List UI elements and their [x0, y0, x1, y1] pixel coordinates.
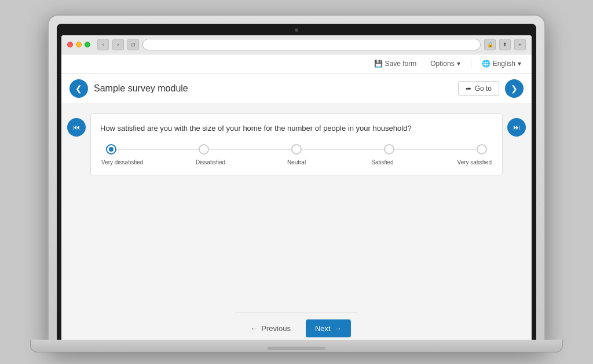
prev-arrow-icon: ← — [250, 324, 258, 333]
radio-inner — [109, 147, 114, 152]
option-very-satisfied[interactable] — [477, 144, 487, 155]
share-icon: ⬆ — [499, 39, 511, 50]
radio-very-dissatisfied[interactable] — [106, 144, 116, 155]
language-globe-icon: 🌐 — [482, 60, 490, 68]
laptop-base — [30, 340, 563, 352]
laptop-shell: ‹ › ⊡ 🔒 ⬆ + 💾 Save form — [47, 14, 546, 350]
radio-satisfied[interactable] — [384, 144, 394, 155]
language-button[interactable]: 🌐 English ▾ — [478, 58, 525, 69]
address-bar[interactable] — [142, 39, 481, 50]
option-dissatisfied[interactable] — [199, 144, 209, 155]
radio-dissatisfied[interactable] — [199, 144, 209, 155]
radio-very-satisfied[interactable] — [477, 144, 487, 155]
options-button[interactable]: Options ▾ — [427, 58, 463, 69]
camera — [295, 28, 298, 32]
lock-icon: 🔒 — [484, 39, 496, 50]
next-arrow-icon: → — [334, 324, 342, 333]
save-form-button[interactable]: 💾 Save form — [371, 58, 420, 69]
skip-forward-button[interactable]: ⏭ — [507, 118, 526, 137]
toolbar: 💾 Save form Options ▾ 🌐 English ▾ — [61, 54, 532, 73]
traffic-lights — [67, 42, 90, 47]
maximize-button[interactable] — [85, 42, 90, 47]
save-form-icon: 💾 — [374, 60, 383, 68]
forward-button[interactable]: › — [112, 39, 124, 50]
option-satisfied[interactable] — [384, 144, 394, 155]
likert-scale — [100, 144, 493, 155]
radio-neutral[interactable] — [291, 144, 302, 155]
back-button[interactable]: ‹ — [97, 39, 109, 50]
survey-body: ⏮ How satisfied are you with the size of… — [61, 104, 532, 312]
skip-forward-icon: ⏭ — [513, 123, 520, 131]
label-dissatisfied: Dissatisfied — [188, 159, 234, 166]
survey-title: Sample survey module — [94, 83, 452, 94]
chevron-right-icon: ❯ — [511, 84, 518, 93]
label-very-dissatisfied: Very dissatisfied — [101, 159, 148, 166]
minimize-button[interactable] — [76, 42, 82, 47]
label-very-satisfied: Very satisfied — [445, 159, 492, 166]
question-card: How satisfied are you with the size of y… — [90, 113, 503, 175]
next-button[interactable]: Next → — [306, 319, 351, 337]
prev-section-button[interactable]: ❮ — [69, 79, 88, 98]
main-content: ❮ Sample survey module ➦ Go to ❯ ⏮ — [61, 73, 532, 344]
laptop-hinge — [268, 347, 325, 350]
next-section-button[interactable]: ❯ — [505, 79, 524, 98]
previous-button[interactable]: ← Previous — [242, 319, 299, 337]
question-text: How satisfied are you with the size of y… — [100, 123, 493, 134]
browser-chrome: ‹ › ⊡ 🔒 ⬆ + — [61, 35, 532, 54]
new-tab-icon[interactable]: + — [514, 39, 526, 50]
close-button[interactable] — [67, 42, 73, 47]
chevron-left-icon: ❮ — [75, 84, 82, 93]
toolbar-separator — [471, 59, 471, 68]
skip-back-icon: ⏮ — [73, 123, 80, 131]
language-chevron-icon: ▾ — [518, 60, 521, 68]
screen-bezel: ‹ › ⊡ 🔒 ⬆ + 💾 Save form — [57, 24, 536, 349]
option-very-dissatisfied[interactable] — [106, 144, 116, 155]
label-satisfied: Satisfied — [360, 159, 406, 166]
likert-labels: Very dissatisfied Dissatisfied Neutral S… — [100, 159, 493, 166]
goto-icon: ➦ — [466, 84, 471, 93]
options-chevron-icon: ▾ — [457, 60, 460, 68]
tab-icon: ⊡ — [127, 39, 139, 50]
survey-header: ❮ Sample survey module ➦ Go to ❯ — [61, 73, 532, 104]
screen: ‹ › ⊡ 🔒 ⬆ + 💾 Save form — [61, 35, 532, 344]
goto-button[interactable]: ➦ Go to — [458, 81, 499, 96]
label-neutral: Neutral — [273, 159, 320, 166]
skip-back-button[interactable]: ⏮ — [67, 118, 86, 137]
option-neutral[interactable] — [291, 144, 302, 155]
